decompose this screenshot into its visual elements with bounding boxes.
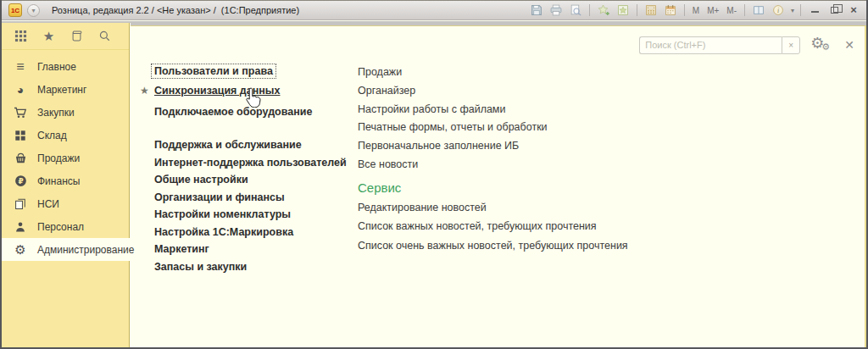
left-command-column: Пользователи и права ★ Синхронизация дан… (154, 64, 358, 347)
sidebar-item-label: Склад (37, 130, 67, 141)
titlebar: 1С ▾ Розница, редакция 2.2 / <Не указан>… (2, 0, 866, 20)
add-favorite-icon[interactable] (596, 3, 611, 18)
sidebar-item-personal[interactable]: Персонал (2, 215, 129, 238)
show-favorites-icon[interactable] (615, 3, 631, 18)
toolbar-separator (684, 4, 685, 16)
link-pechatnye-formy[interactable]: Печатные формы, отчеты и обработки (358, 119, 866, 137)
link-polzovateli-i-prava[interactable]: Пользователи и права (154, 64, 358, 79)
sidebar-item-nsi[interactable]: НСИ (2, 192, 129, 215)
right-command-column: Продажи Органайзер Настройки работы с фа… (358, 64, 866, 347)
search-icon[interactable] (97, 29, 112, 43)
link-organizacii-i-finansy[interactable]: Организации и финансы (154, 189, 358, 207)
sidebar-tools: ★ (2, 23, 129, 50)
sidebar-item-glavnoe[interactable]: ≡ Главное (2, 55, 129, 78)
link-nastroyka-1c-markirovka[interactable]: Настройка 1С:Маркировка (154, 224, 358, 241)
toolbar-separator (637, 4, 637, 16)
restore-button[interactable] (826, 3, 842, 18)
svg-text:₽: ₽ (18, 177, 23, 186)
link-prodazhi[interactable]: Продажи (358, 64, 866, 82)
link-pervonachalnoe-zapolnenie-ib[interactable]: Первоначальное заполнение ИБ (358, 137, 866, 156)
sidebar-item-label: Продажи (37, 152, 80, 164)
basket-icon (13, 151, 28, 165)
split-window-icon[interactable] (751, 3, 766, 18)
books-icon (13, 197, 28, 211)
content-panel: × ⚙ ⚙ ✕ Пользователи и права ★ Синхрониз… (131, 23, 866, 347)
svg-text:i: i (777, 7, 779, 14)
favorites-star-icon[interactable]: ★ (42, 29, 56, 43)
left-links: Поддержка и обслуживание Интернет-поддер… (154, 136, 358, 275)
sidebar-item-label: Персонал (37, 221, 84, 233)
gear-icon: ⚙ (13, 242, 28, 257)
focused-link-text: Пользователи и права (151, 64, 276, 79)
toolbar-separator (744, 4, 745, 16)
window-title: Розница, редакция 2.2 / <Не указан> / (1… (52, 5, 529, 15)
storage-grid-icon (13, 128, 28, 142)
app-logo-1c-icon[interactable]: 1С (8, 3, 22, 17)
link-internet-podderzhka[interactable]: Интернет-поддержка пользователей (154, 154, 358, 172)
link-vse-novosti[interactable]: Все новости (358, 156, 866, 174)
system-menu-button[interactable]: ▾ (27, 4, 40, 17)
section-title-servis: Сервис (358, 180, 866, 195)
save-icon[interactable] (529, 3, 544, 18)
sections-sidebar: ★ ≡ Главное ◕ Маркетинг Закупки (2, 23, 130, 347)
link-obshchie-nastroyki[interactable]: Общие настройки (154, 171, 358, 189)
featured-row: Подключаемое оборудование (154, 106, 358, 127)
link-nastroyki-nomenklatury[interactable]: Настройки номенклатуры (154, 206, 358, 224)
toolbar-separator (800, 4, 801, 16)
history-icon[interactable] (70, 29, 84, 43)
info-icon[interactable]: i (771, 3, 786, 18)
sidebar-nav: ≡ Главное ◕ Маркетинг Закупки Склад (2, 55, 129, 261)
toolbar-separator (589, 4, 590, 16)
minimize-button[interactable] (807, 3, 822, 18)
link-redaktirovanie-novostey[interactable]: Редактирование новостей (358, 198, 866, 218)
memory-subtract-button[interactable]: M- (725, 6, 738, 15)
print-icon[interactable] (548, 3, 564, 18)
sidebar-item-label: Финансы (37, 175, 80, 187)
ruble-circle-icon: ₽ (13, 174, 28, 188)
close-button[interactable]: × (846, 3, 861, 18)
sidebar-item-sklad[interactable]: Склад (2, 124, 129, 147)
link-zapasy-i-zakupki[interactable]: Запасы и закупки (154, 258, 358, 276)
sidebar-item-marketing[interactable]: ◕ Маркетинг (2, 78, 129, 101)
command-columns: Пользователи и права ★ Синхронизация дан… (131, 26, 866, 347)
person-icon (13, 219, 28, 234)
pie-chart-icon: ◕ (13, 82, 28, 97)
sidebar-item-label: НСИ (37, 198, 59, 210)
titlebar-toolbar: M M+ M- i ▾ × (529, 3, 861, 18)
link-podklyuchaemoe-oborudovanie[interactable]: Подключаемое оборудование (154, 106, 358, 118)
menu-lines-icon: ≡ (13, 59, 28, 74)
cart-icon (13, 105, 28, 119)
link-organayzer[interactable]: Органайзер (358, 82, 866, 101)
link-spisok-vazhnyh-novostey[interactable]: Список важных новостей, требующих прочте… (358, 217, 866, 236)
menu-grid-icon[interactable] (14, 29, 28, 43)
sidebar-item-label: Маркетинг (37, 84, 86, 96)
memory-add-button[interactable]: M+ (705, 6, 721, 15)
link-podderzhka-i-obsluzhivanie[interactable]: Поддержка и обслуживание (154, 136, 358, 154)
info-dropdown-caret-icon[interactable]: ▾ (791, 7, 794, 14)
featured-row: Пользователи и права (154, 64, 358, 85)
calculator-icon[interactable] (643, 3, 659, 18)
sidebar-item-zakupki[interactable]: Закупки (2, 101, 129, 124)
link-spisok-ochen-vazhnyh-novostey[interactable]: Список очень важных новостей, требующих … (358, 236, 866, 256)
calendar-icon[interactable] (663, 3, 678, 18)
sidebar-item-label: Закупки (37, 107, 75, 119)
link-sinhronizaciya-dannyh[interactable]: Синхронизация данных (154, 85, 358, 97)
sidebar-item-finansy[interactable]: ₽ Финансы (2, 169, 129, 192)
memory-recall-button[interactable]: M (691, 6, 701, 15)
app-window: 1С ▾ Розница, редакция 2.2 / <Не указан>… (0, 0, 868, 349)
link-nastroyki-raboty-s-faylami[interactable]: Настройки работы с файлами (358, 101, 866, 119)
servis-links: Редактирование новостей Список важных но… (358, 198, 866, 256)
print-preview-icon[interactable] (568, 3, 583, 18)
sidebar-item-administrirovanie[interactable]: ⚙ Администрирование (2, 238, 131, 261)
sidebar-item-label: Главное (37, 61, 76, 73)
sidebar-item-label: Администрирование (37, 244, 134, 256)
featured-row: ★ Синхронизация данных (154, 85, 358, 106)
link-marketing[interactable]: Маркетинг (154, 241, 358, 258)
favorite-star-icon[interactable]: ★ (140, 85, 149, 97)
sidebar-item-prodazhi[interactable]: Продажи (2, 147, 129, 169)
